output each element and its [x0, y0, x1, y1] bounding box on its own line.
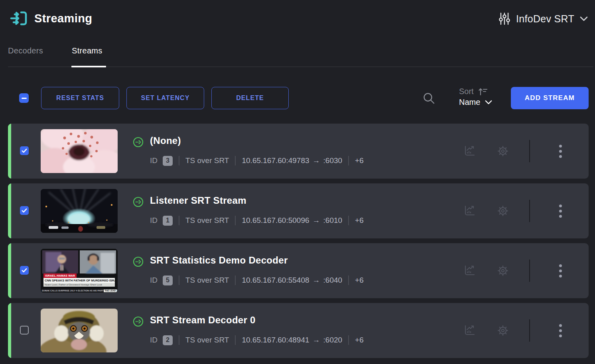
stream-row[interactable]: (None) ID 3 TS over SRT 10.65.167.60:497…: [8, 124, 589, 179]
statistics-button[interactable]: [462, 203, 477, 218]
gear-icon: [495, 203, 510, 218]
tab-decoders[interactable]: Decoders: [8, 46, 43, 55]
stream-meta: ID 2 TS over SRT 10.65.167.60:48941 → :6…: [150, 334, 364, 346]
stream-name: SRT Statistics Demo Decoder: [150, 255, 288, 266]
address-dest: :6020: [323, 336, 343, 344]
gear-icon: [495, 144, 510, 159]
stream-address: 10.65.167.60:48941 → :6020: [242, 336, 342, 344]
tab-bar: Decoders Streams: [0, 43, 595, 68]
settings-button[interactable]: [495, 323, 510, 338]
extra-endpoints-badge: +6: [355, 156, 364, 165]
cnn-banner: ISRAEL-HAMAS WAR: [43, 273, 77, 278]
stream-address: 10.65.167.60:49783 → :6030: [242, 156, 342, 165]
sort-order-icon: [478, 87, 488, 96]
address-source: 10.65.167.60:50096: [242, 216, 309, 225]
stream-meta: ID 5 TS over SRT 10.65.167.60:55408 → :6…: [150, 274, 364, 286]
arrow-right-icon: →: [313, 276, 320, 285]
id-label: ID: [150, 336, 158, 344]
row-checkbox[interactable]: [20, 266, 29, 275]
set-latency-button[interactable]: SET LATENCY: [126, 87, 204, 109]
active-tab-indicator: [71, 66, 106, 67]
meta-separator: [179, 216, 179, 225]
meta-separator: [179, 335, 179, 345]
stream-row[interactable]: ISRAEL-HAMAS WAR CNN SPEAKS WITH FATHER …: [8, 243, 589, 298]
meta-separator: [235, 156, 236, 165]
app-logo-icon: [10, 9, 29, 28]
kebab-menu-icon: [559, 324, 562, 327]
more-options-button[interactable]: [553, 263, 568, 278]
meta-separator: [348, 335, 349, 345]
sort-value: Name: [459, 98, 480, 107]
stream-name: (None): [150, 135, 181, 146]
chevron-down-icon: [485, 100, 492, 104]
settings-button[interactable]: [495, 203, 510, 218]
arrow-right-icon: →: [313, 336, 320, 344]
sliders-icon: [498, 12, 510, 26]
stream-status-strip: [8, 303, 11, 358]
id-badge: 1: [163, 216, 173, 226]
stream-thumbnail-cnn-news: ISRAEL-HAMAS WAR CNN SPEAKS WITH FATHER …: [41, 249, 118, 293]
select-all-checkbox[interactable]: [19, 93, 29, 103]
protocol-label: TS over SRT: [185, 216, 229, 225]
chart-icon: [462, 203, 477, 218]
search-button[interactable]: [422, 91, 436, 106]
chart-icon: [462, 263, 477, 278]
cnn-subline: Noam Louk | Father of Deceased Hostage S…: [43, 283, 115, 287]
meta-separator: [179, 156, 179, 165]
app-header: Streaming InfoDev SRT: [0, 0, 595, 40]
address-source: 10.65.167.60:49783: [242, 156, 309, 165]
cnn-ticker: SUNAK CALLS SURPRISE JULY 4 ELECTION AS …: [41, 289, 118, 293]
add-stream-button[interactable]: ADD STREAM: [511, 87, 589, 109]
reset-stats-button[interactable]: RESET STATS: [41, 87, 119, 109]
extra-endpoints-badge: +6: [355, 336, 364, 344]
more-options-button[interactable]: [553, 323, 568, 338]
address-source: 10.65.167.60:55408: [242, 276, 309, 285]
stream-thumbnail-night-fountain: [41, 189, 118, 233]
profile-selector[interactable]: InfoDev SRT: [498, 12, 588, 26]
meta-separator: [235, 335, 236, 345]
extra-endpoints-badge: +6: [355, 216, 364, 225]
address-source: 10.65.167.60:48941: [242, 336, 309, 344]
cnn-headline: CNN SPEAKS WITH FATHER OF MURDERED ISRAE…: [43, 278, 115, 283]
statistics-button[interactable]: [462, 323, 477, 338]
stream-thumbnail-monkey: [41, 309, 118, 352]
sort-control[interactable]: Sort Name: [459, 87, 503, 109]
tab-streams[interactable]: Streams: [72, 46, 102, 55]
stream-row[interactable]: SRT Stream Decoder 0 ID 2 TS over SRT 10…: [8, 303, 589, 358]
arrow-right-icon: →: [313, 216, 320, 225]
row-checkbox[interactable]: [20, 206, 29, 215]
kebab-menu-icon: [559, 264, 562, 267]
extra-endpoints-badge: +6: [355, 276, 364, 285]
gear-icon: [495, 323, 510, 338]
delete-button[interactable]: DELETE: [211, 87, 289, 109]
stream-row[interactable]: Listener SRT Stream ID 1 TS over SRT 10.…: [8, 183, 589, 238]
meta-separator: [348, 156, 349, 165]
check-icon: [22, 208, 27, 213]
settings-button[interactable]: [495, 144, 510, 159]
statistics-button[interactable]: [462, 144, 477, 159]
kebab-menu-icon: [559, 205, 562, 207]
meta-separator: [348, 216, 349, 225]
more-options-button[interactable]: [553, 144, 568, 159]
protocol-label: TS over SRT: [185, 156, 229, 165]
meta-separator: [235, 216, 236, 225]
stream-active-icon: [133, 256, 144, 267]
stream-thumbnail-cherry-blossom: [41, 129, 118, 173]
stream-status-strip: [8, 124, 11, 179]
check-icon: [22, 148, 27, 153]
kebab-menu-icon: [559, 145, 562, 148]
statistics-button[interactable]: [462, 263, 477, 278]
settings-button[interactable]: [495, 263, 510, 278]
indeterminate-minus-icon: [22, 98, 27, 99]
stream-name: Listener SRT Stream: [150, 195, 246, 206]
stream-active-icon: [133, 137, 144, 148]
gear-icon: [495, 263, 510, 278]
row-checkbox[interactable]: [20, 146, 29, 155]
toolbar: RESET STATS SET LATENCY DELETE Sort Name…: [0, 87, 595, 109]
stream-status-strip: [8, 183, 11, 238]
more-options-button[interactable]: [553, 203, 568, 218]
row-checkbox[interactable]: [20, 326, 29, 334]
id-badge: 5: [163, 275, 173, 285]
address-dest: :6030: [323, 156, 343, 165]
id-badge: 2: [163, 335, 173, 345]
